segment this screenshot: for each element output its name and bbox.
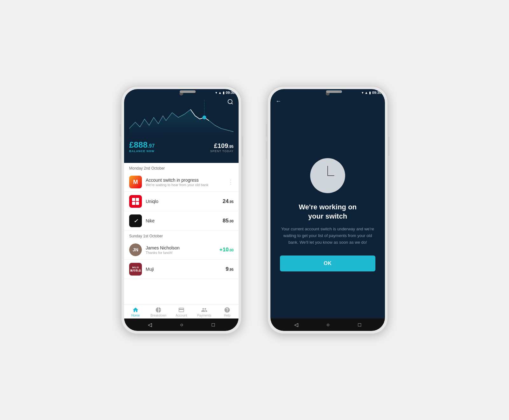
uniqlo-icon: [129, 195, 142, 208]
uniqlo-logo: [129, 195, 142, 208]
signal-icon: ▲: [218, 91, 222, 94]
transaction-muji[interactable]: MUJI無印良品 Muji 9.95: [124, 260, 239, 279]
balance-pence: .97: [148, 143, 155, 149]
transaction-james[interactable]: JN James Nicholson Thanks for lunch! +10…: [124, 240, 239, 260]
phone1-screen: ▾ ▲ ▮ 09:30: [124, 89, 239, 331]
battery-icon: ▮: [223, 91, 225, 95]
balance-main: £888.97 BALANCE NOW: [129, 141, 155, 153]
status-time-2: 09:30: [372, 91, 381, 94]
clock-icon: [310, 158, 345, 193]
nike-icon: ✓: [129, 214, 142, 227]
switch-back-header: ←: [270, 96, 385, 108]
transaction-account-switch[interactable]: M Account switch in progress We're waiti…: [124, 172, 239, 192]
tx-info-james: James Nicholson Thanks for lunch!: [146, 245, 216, 255]
tx-amount-uniqlo: 24.95: [223, 198, 234, 205]
phone-2: ▾ ▲ ▮ 09:30 ←: [267, 86, 388, 334]
tx-info-muji: Muji: [146, 267, 222, 272]
page-container: ▾ ▲ ▮ 09:30: [0, 0, 509, 420]
tx-amount-james: +10.00: [220, 247, 234, 253]
svg-point-0: [228, 100, 232, 104]
nav-help[interactable]: Help: [219, 307, 235, 317]
phone2-speaker: [326, 90, 342, 93]
nav-breakdown[interactable]: Breakdown: [150, 307, 166, 317]
status-icons-1: ▾ ▲ ▮: [215, 91, 225, 95]
more-icon-switch[interactable]: ⋮: [228, 178, 234, 186]
james-avatar-icon: JN: [129, 243, 142, 256]
tx-amount-muji: 9.95: [226, 266, 234, 272]
balance-row: £888.97 BALANCE NOW £109.95 SPENT TODAY: [129, 141, 234, 153]
balance-amount: £888.97: [129, 141, 155, 149]
ok-button[interactable]: OK: [280, 256, 375, 271]
search-icon[interactable]: [227, 99, 234, 105]
phone-speaker: [180, 90, 196, 93]
phone-button-vol-up: [120, 124, 121, 137]
tx-info-uniqlo: Uniqlo: [146, 199, 219, 204]
nav-home-label: Home: [131, 314, 140, 317]
tx-name-switch: Account switch in progress: [146, 178, 223, 183]
android-nav-2: ◁ ○ □: [270, 318, 385, 331]
spent-amount: £109.95: [214, 143, 234, 149]
nav-help-label: Help: [224, 314, 231, 317]
phone-button-vol-down: [120, 142, 121, 159]
transaction-uniqlo[interactable]: Uniqlo 24.95: [124, 192, 239, 211]
tx-sub-switch: We're waiting to hear from your old bank: [146, 183, 223, 187]
nav-home[interactable]: Home: [128, 307, 143, 317]
breakdown-icon: [155, 307, 162, 313]
tx-info-nike: Nike: [146, 218, 219, 223]
battery-icon-2: ▮: [369, 91, 371, 95]
payments-icon: [201, 307, 207, 313]
android-recent-2[interactable]: □: [358, 322, 361, 328]
tx-amount-nike: 85.00: [223, 218, 234, 224]
transaction-nike[interactable]: ✓ Nike 85.00: [124, 211, 239, 231]
tx-sub-james: Thanks for lunch!: [146, 251, 216, 255]
nav-account[interactable]: Account: [173, 307, 189, 317]
wifi-icon-2: ▾: [362, 91, 364, 95]
help-icon: [224, 307, 230, 313]
transactions-list: Monday 2nd October M Account switch in p…: [124, 163, 239, 304]
spent-pounds: £109: [214, 142, 228, 149]
android-nav-1: ◁ ○ □: [124, 318, 239, 331]
spent-pence: .95: [228, 144, 234, 149]
android-back-2[interactable]: ◁: [294, 322, 298, 328]
phone-button-power: [242, 137, 243, 156]
balance-chart: [129, 100, 234, 138]
spent-today: £109.95 SPENT TODAY: [210, 143, 234, 153]
switch-title: We're working onyour switch: [299, 203, 357, 221]
wifi-icon: ▾: [215, 91, 217, 95]
android-home[interactable]: ○: [180, 322, 183, 328]
muji-icon: MUJI無印良品: [129, 263, 142, 276]
phone2-button-vol-up: [266, 124, 267, 137]
svg-line-1: [232, 103, 233, 104]
tx-name-muji: Muji: [146, 267, 222, 272]
balance-label: BALANCE NOW: [129, 150, 155, 153]
chart-header: £888.97 BALANCE NOW £109.95 SPENT TODAY: [124, 96, 239, 163]
date-monday: Monday 2nd October: [124, 163, 239, 172]
tx-name-uniqlo: Uniqlo: [146, 199, 219, 204]
nike-logo: ✓: [129, 214, 142, 227]
status-time-1: 09:30: [226, 91, 235, 94]
phone-1: ▾ ▲ ▮ 09:30: [121, 86, 242, 334]
home-icon: [132, 307, 139, 313]
switch-body: Your current account switch is underway …: [280, 226, 375, 246]
muji-logo: MUJI無印良品: [129, 263, 142, 276]
monzo-icon: M: [129, 176, 142, 188]
account-icon: [178, 307, 185, 313]
back-arrow[interactable]: ←: [275, 98, 281, 105]
bottom-nav: Home Breakdown Account: [124, 304, 239, 318]
tx-name-nike: Nike: [146, 218, 219, 223]
status-icons-2: ▾ ▲ ▮: [362, 91, 371, 95]
nav-breakdown-label: Breakdown: [150, 314, 166, 317]
nav-payments[interactable]: Payments: [196, 307, 212, 317]
phone2-button-power: [388, 137, 389, 156]
android-recent[interactable]: □: [212, 322, 215, 328]
android-back[interactable]: ◁: [148, 322, 152, 328]
phone2-screen: ▾ ▲ ▮ 09:30 ←: [270, 89, 385, 331]
phone2-button-vol-down: [266, 142, 267, 159]
tx-name-james: James Nicholson: [146, 245, 216, 250]
monzo-logo: M: [129, 176, 142, 188]
tx-info-switch: Account switch in progress We're waiting…: [146, 178, 223, 187]
android-home-2[interactable]: ○: [326, 322, 330, 328]
nav-payments-label: Payments: [197, 314, 211, 317]
nav-account-label: Account: [176, 314, 187, 317]
svg-marker-2: [129, 109, 234, 138]
